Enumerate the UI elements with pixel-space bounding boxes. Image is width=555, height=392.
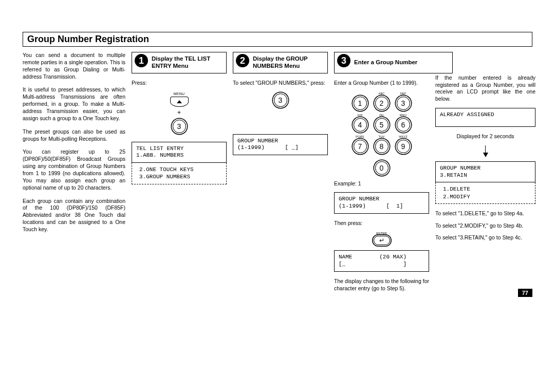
- digit-4-key-icon: 4: [354, 118, 367, 132]
- step-3-instr: Enter a Group Number (1 to 1999).: [334, 80, 429, 87]
- lcd-tel-list-extra: 2.ONE TOUCH KEYS 3.GROUP NUMBERS: [132, 163, 227, 184]
- lcd-retain-box: GROUP NUMBER 3.RETAIN: [435, 161, 535, 183]
- step-1-header: 1 Display the TEL LIST ENTRY Menu: [132, 52, 227, 73]
- lcd-name-entry: NAME (20 MAX) [_ ]: [334, 250, 429, 272]
- section-title: Group Number Registration: [27, 34, 528, 45]
- enter-label: ENTER: [334, 232, 429, 235]
- step-2-instr: To select "GROUP NUMBERS," press:: [233, 80, 328, 87]
- step-1-press: Press:: [132, 80, 227, 87]
- section-title-bar: Group Number Registration: [23, 32, 532, 47]
- lcd-group-number-entered: GROUP NUMBER (1-1999) [ 1]: [334, 192, 429, 214]
- page-number: 77: [518, 289, 532, 297]
- digit-5-key-icon: 5: [375, 118, 388, 132]
- digit-9-key-icon: 9: [397, 140, 410, 153]
- menu-label: MENU: [174, 92, 184, 96]
- step-1-title: Display the TEL LIST ENTRY Menu: [152, 55, 223, 70]
- intro-column: You can send a document to multiple remo…: [23, 52, 125, 239]
- step-1-keys: MENU + 3: [132, 92, 227, 135]
- digit-0-key-icon: 0: [375, 161, 388, 175]
- col-4: If the number entered is already registe…: [435, 52, 535, 247]
- step-2-keys: 3: [233, 92, 328, 108]
- digit-6-key-icon: 6: [397, 118, 410, 132]
- lcd-already-assigned-box: ALREADY ASSIGNED: [435, 108, 535, 127]
- digit-2-key-icon: 2: [375, 97, 388, 110]
- manual-page: Group Number Registration You can send a…: [0, 0, 555, 307]
- step-3-lcd-1: GROUP NUMBER (1-1999) [ 1]: [334, 192, 429, 214]
- step-3-header: 3 Enter a Group Number: [334, 52, 453, 73]
- digit-3-key-icon: 3: [397, 97, 410, 110]
- digit-3-key-icon: 3: [173, 120, 186, 133]
- enter-key-icon: ↵: [374, 236, 390, 245]
- lcd-already-assigned: ALREADY ASSIGNED: [435, 108, 535, 127]
- step-3-column: 3 Enter a Group Number Enter a Group Num…: [334, 52, 429, 297]
- then-press: Then press:: [334, 220, 429, 227]
- numeric-keypad-icon: 1 ABC2 DEF3 GHI4 JKL5 MNO6 PQRS7 TUV8 WX…: [334, 92, 429, 176]
- lcd-retain-extra: 1.DELETE 2.MODIFY: [435, 182, 535, 204]
- lcd-retain: GROUP NUMBER 3.RETAIN 1.DELETE 2.MODIFY: [435, 161, 535, 204]
- displayed-for: Displayed for 2 seconds: [435, 133, 535, 140]
- step-number-3: 3: [337, 54, 350, 67]
- example-label: Example: 1: [334, 180, 429, 188]
- col4-sel2: To select "2.MODIFY," go to Step 4b.: [435, 222, 535, 230]
- intro-p2: It is useful to preset addresses, to whi…: [23, 86, 125, 122]
- intro-p5: Each group can contain any combination o…: [23, 198, 125, 233]
- lcd-tel-list: TEL LIST ENTRY 1.ABB. NUMBERS: [132, 142, 227, 163]
- arrow-down-icon: [435, 145, 535, 157]
- step-1-lcd: TEL LIST ENTRY 1.ABB. NUMBERS 2.ONE TOUC…: [132, 142, 227, 184]
- step-number-2: 2: [236, 54, 249, 67]
- step-2-title: Display the GROUP NUMBERS Menu: [253, 55, 324, 70]
- menu-up-key-icon: [170, 97, 189, 107]
- content-columns: You can send a document to multiple remo…: [23, 52, 532, 297]
- digit-8-key-icon: 8: [375, 140, 388, 153]
- step-1-column: 1 Display the TEL LIST ENTRY Menu Press:…: [132, 52, 227, 191]
- plus-label: +: [177, 109, 181, 116]
- col4-p1: If the number entered is already registe…: [435, 74, 535, 103]
- intro-p3: The preset groups can also be used as gr…: [23, 128, 125, 143]
- step-2-lcd: GROUP NUMBER (1-1999) [ _]: [233, 134, 328, 156]
- digit-3-key-icon: 3: [274, 94, 287, 107]
- intro-p4: You can register up to 25 (DP80F)/50(DF8…: [23, 148, 125, 191]
- col4-sel3: To select "3.RETAIN," go to Step 4c.: [435, 234, 535, 241]
- step-number-1: 1: [135, 54, 148, 67]
- step-3-title: Enter a Group Number: [354, 59, 417, 66]
- digit-7-key-icon: 7: [354, 140, 367, 153]
- intro-p1: You can send a document to multiple remo…: [23, 52, 125, 80]
- step-3-after: The display changes to the following for…: [334, 278, 429, 292]
- col4-sel1: To select "1.DELETE," go to Step 4a.: [435, 210, 535, 217]
- lcd-group-number: GROUP NUMBER (1-1999) [ _]: [233, 134, 328, 156]
- step-2-column: 2 Display the GROUP NUMBERS Menu To sele…: [233, 52, 328, 161]
- step-3-lcd-2: NAME (20 MAX) [_ ]: [334, 250, 429, 272]
- digit-1-key-icon: 1: [354, 97, 367, 110]
- step-2-header: 2 Display the GROUP NUMBERS Menu: [233, 52, 328, 73]
